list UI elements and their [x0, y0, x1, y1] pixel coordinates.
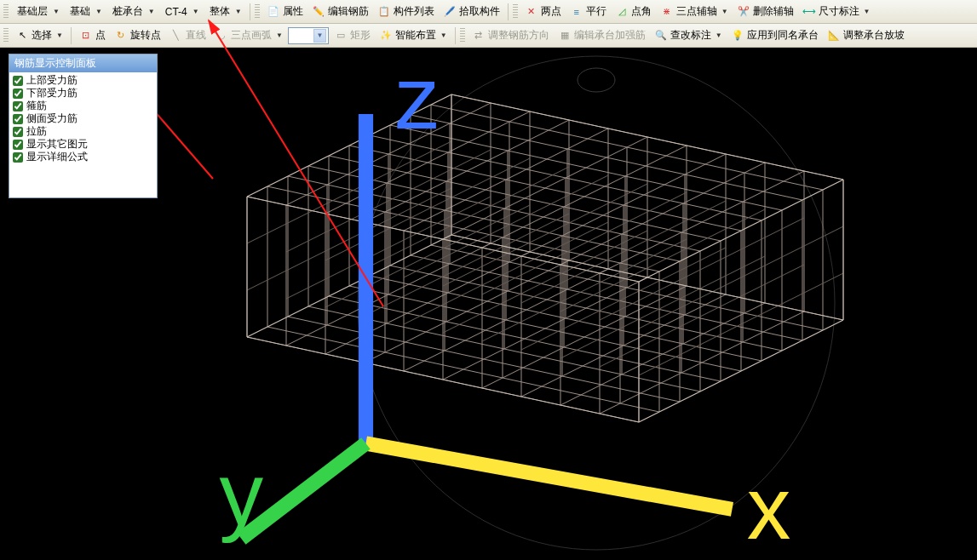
- rotate-icon: ↻: [114, 29, 128, 43]
- toolbar-grip: [3, 4, 9, 20]
- reinf-icon: ▦: [558, 29, 572, 43]
- toolbar-grip: [460, 28, 465, 43]
- checkbox[interactable]: [13, 152, 23, 163]
- list-icon: 📋: [377, 5, 391, 19]
- view-annotation-button[interactable]: 🔍 查改标注 ▼: [651, 26, 726, 44]
- slope-icon: 📐: [827, 29, 841, 43]
- angle-icon: ◿: [615, 5, 629, 19]
- arc-icon: ◡: [215, 29, 228, 43]
- edit-reinforcement-button: ▦ 编辑承台加强筋: [555, 26, 649, 44]
- point-button[interactable]: ⊡ 点: [76, 26, 109, 44]
- line-button: ╲ 直线: [166, 26, 210, 44]
- rebar-display-panel[interactable]: 钢筋显示控制面板 上部受力筋下部受力筋箍筋侧面受力筋拉筋显示其它图元显示详细公式: [9, 54, 158, 198]
- toolbar-row-1: 基础层▼ 基础▼ 桩承台▼ CT-4▼ 整体▼ 📄 属性 ✏️ 编辑钢筋 📋 构…: [0, 0, 977, 24]
- properties-icon: 📄: [267, 5, 280, 19]
- check-label: 侧面受力筋: [26, 112, 78, 125]
- eyedropper-icon: 🖊️: [443, 5, 457, 19]
- three-point-axis-button[interactable]: ⋇ 三点辅轴 ▼: [657, 3, 732, 20]
- two-point-icon: ✕: [525, 5, 538, 19]
- pencil-icon: ✏️: [312, 5, 325, 19]
- parallel-button[interactable]: ≡ 平行: [566, 3, 610, 20]
- rebar-check-3[interactable]: 侧面受力筋: [13, 112, 153, 125]
- panel-title[interactable]: 钢筋显示控制面板: [9, 54, 157, 72]
- toolbar-row-2: ↖ 选择 ▼ ⊡ 点 ↻ 旋转点 ╲ 直线 ◡ 三点画弧 ▼ ▼ ▭ 矩形 ✨ …: [0, 24, 977, 48]
- search-icon: 🔍: [654, 29, 668, 43]
- checkbox[interactable]: [13, 101, 23, 111]
- direction-icon: ⇄: [472, 29, 486, 43]
- check-label: 拉筋: [26, 125, 47, 138]
- axis-gizmo: z x y: [24, 48, 977, 553]
- check-label: 显示其它图元: [26, 138, 88, 151]
- rotation-point-button[interactable]: ↻ 旋转点: [111, 26, 164, 44]
- two-point-button[interactable]: ✕ 两点: [521, 3, 565, 20]
- adjust-slope-button[interactable]: 📐 调整承台放坡: [824, 26, 908, 44]
- svg-line-149: [366, 443, 733, 509]
- checkbox[interactable]: [13, 127, 23, 137]
- corner-button[interactable]: ◿ 点角: [612, 3, 655, 20]
- parallel-icon: ≡: [570, 5, 583, 19]
- scope-dropdown[interactable]: 整体▼: [204, 3, 245, 20]
- rect-icon: ▭: [334, 29, 348, 43]
- line-icon: ╲: [170, 29, 183, 43]
- rebar-check-6[interactable]: 显示详细公式: [13, 151, 153, 163]
- component-dropdown[interactable]: 桩承台▼: [107, 3, 158, 20]
- panel-body: 上部受力筋下部受力筋箍筋侧面受力筋拉筋显示其它图元显示详细公式: [9, 72, 157, 165]
- toolbar-grip: [255, 4, 260, 20]
- toolbar-grip: [3, 28, 9, 43]
- pick-button[interactable]: 🖊️ 拾取构件: [440, 3, 503, 20]
- component-list-button[interactable]: 📋 构件列表: [374, 3, 438, 20]
- checkbox[interactable]: [13, 89, 23, 99]
- three-point-icon: ⋇: [660, 5, 674, 19]
- rebar-check-1[interactable]: 下部受力筋: [13, 87, 153, 100]
- rebar-check-2[interactable]: 箍筋: [13, 100, 153, 112]
- check-label: 箍筋: [26, 100, 47, 112]
- point-icon: ⊡: [79, 29, 93, 43]
- ruler-icon: ⟷: [802, 5, 816, 19]
- toolbar-grip: [513, 4, 518, 20]
- svg-text:z: z: [395, 49, 440, 147]
- apply-icon: 💡: [731, 29, 744, 43]
- dimension-button[interactable]: ⟷ 尺寸标注 ▼: [799, 3, 874, 20]
- checkbox[interactable]: [13, 114, 23, 124]
- delete-axis-button[interactable]: ✂️ 删除辅轴: [733, 3, 797, 20]
- checkbox[interactable]: [13, 76, 23, 86]
- apply-same-button[interactable]: 💡 应用到同名承台: [727, 26, 822, 44]
- edit-rebar-button[interactable]: ✏️ 编辑钢筋: [308, 3, 372, 20]
- cursor-icon: ↖: [15, 29, 29, 43]
- rebar-check-0[interactable]: 上部受力筋: [13, 74, 153, 87]
- id-dropdown[interactable]: CT-4▼: [160, 4, 203, 20]
- layer-dropdown[interactable]: 基础层▼: [12, 3, 63, 20]
- rebar-check-5[interactable]: 显示其它图元: [13, 138, 153, 151]
- rect-button: ▭ 矩形: [330, 26, 374, 44]
- value-combobox[interactable]: ▼: [288, 27, 329, 44]
- checkbox[interactable]: [13, 140, 23, 150]
- svg-text:x: x: [747, 460, 791, 553]
- check-label: 上部受力筋: [26, 74, 78, 87]
- svg-text:y: y: [220, 445, 264, 543]
- rebar-check-4[interactable]: 拉筋: [13, 125, 153, 138]
- select-button[interactable]: ↖ 选择 ▼: [12, 26, 66, 44]
- eraser-icon: ✂️: [737, 5, 750, 19]
- three-point-arc-button: ◡ 三点画弧 ▼: [211, 26, 286, 44]
- smart-layout-button[interactable]: ✨ 智能布置 ▼: [376, 26, 451, 44]
- smart-icon: ✨: [379, 29, 393, 43]
- properties-button[interactable]: 📄 属性: [263, 3, 307, 20]
- check-label: 下部受力筋: [26, 87, 78, 100]
- category-dropdown[interactable]: 基础▼: [65, 3, 106, 20]
- adjust-direction-button: ⇄ 调整钢筋方向: [468, 26, 553, 44]
- check-label: 显示详细公式: [26, 151, 88, 163]
